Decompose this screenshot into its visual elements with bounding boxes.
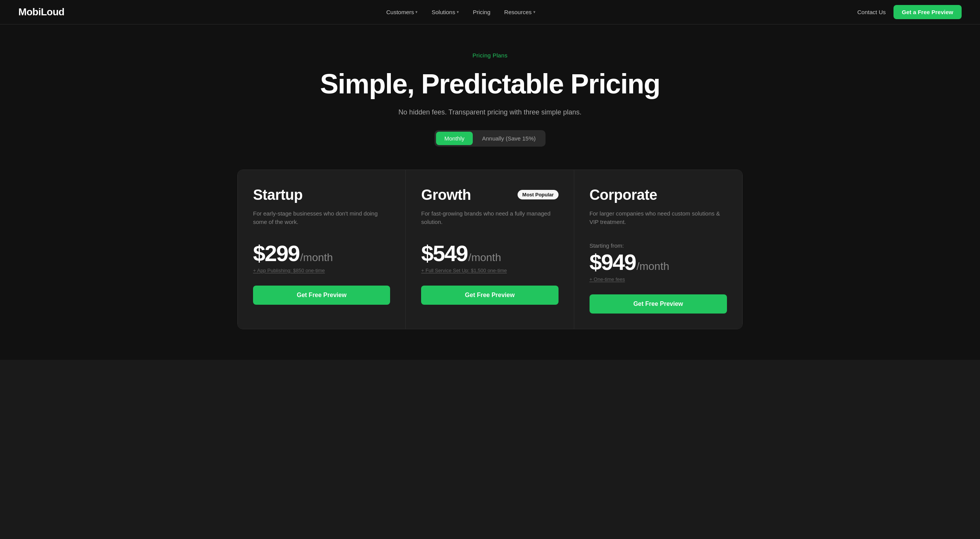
price-amount-growth: $549 xyxy=(421,242,467,265)
nav-resources-label: Resources xyxy=(504,9,532,15)
nav-right: Contact Us Get a Free Preview xyxy=(858,5,962,19)
get-free-preview-corporate-button[interactable]: Get Free Preview xyxy=(590,294,727,314)
plan-header-growth: Growth Most Popular xyxy=(421,187,558,203)
price-period-corporate: /month xyxy=(637,260,670,273)
plan-price-corporate: $949 /month xyxy=(590,251,727,273)
get-free-preview-button[interactable]: Get a Free Preview xyxy=(893,5,962,19)
nav-links: Customers ▾ Solutions ▾ Pricing Resource… xyxy=(381,6,541,18)
most-popular-badge: Most Popular xyxy=(518,190,558,199)
price-amount-startup: $299 xyxy=(253,242,299,265)
chevron-down-icon: ▾ xyxy=(457,10,459,15)
nav-item-customers[interactable]: Customers ▾ xyxy=(381,6,423,18)
plan-header-corporate: Corporate xyxy=(590,187,727,203)
chevron-down-icon: ▾ xyxy=(415,10,418,15)
plan-card-growth: Growth Most Popular For fast-growing bra… xyxy=(406,170,574,329)
nav-solutions-label: Solutions xyxy=(431,9,455,15)
plan-name-growth: Growth xyxy=(421,187,471,203)
plans-grid: Startup For early-stage businesses who d… xyxy=(237,170,743,329)
price-note-startup[interactable]: + App Publishing: $850 one-time xyxy=(253,268,390,273)
nav-customers-label: Customers xyxy=(386,9,414,15)
plan-description-startup: For early-stage businesses who don't min… xyxy=(253,209,390,229)
hero-subtitle: No hidden fees. Transparent pricing with… xyxy=(18,108,962,116)
billing-toggle: Monthly Annually (Save 15%) xyxy=(434,130,546,147)
get-free-preview-startup-button[interactable]: Get Free Preview xyxy=(253,286,390,305)
nav-pricing-label: Pricing xyxy=(473,9,490,15)
plan-description-corporate: For larger companies who need custom sol… xyxy=(590,209,727,229)
plans-section: Startup For early-stage businesses who d… xyxy=(0,170,980,360)
chevron-down-icon: ▾ xyxy=(533,10,536,15)
contact-us-link[interactable]: Contact Us xyxy=(858,9,886,15)
get-free-preview-growth-button[interactable]: Get Free Preview xyxy=(421,286,558,305)
price-period-startup: /month xyxy=(300,252,333,264)
navbar: MobiLoud Customers ▾ Solutions ▾ Pricing… xyxy=(0,0,980,24)
price-amount-corporate: $949 xyxy=(590,251,636,273)
plan-description-growth: For fast-growing brands who need a fully… xyxy=(421,209,558,229)
nav-item-solutions[interactable]: Solutions ▾ xyxy=(426,6,464,18)
hero-title: Simple, Predictable Pricing xyxy=(18,69,962,99)
nav-logo[interactable]: MobiLoud xyxy=(18,6,64,18)
monthly-toggle-button[interactable]: Monthly xyxy=(436,132,473,145)
plan-name-startup: Startup xyxy=(253,187,303,203)
plan-price-growth: $549 /month xyxy=(421,242,558,265)
nav-item-resources[interactable]: Resources ▾ xyxy=(499,6,541,18)
price-note-growth[interactable]: + Full Service Set Up: $1,500 one-time xyxy=(421,268,558,273)
pricing-plans-label: Pricing Plans xyxy=(18,52,962,59)
price-period-growth: /month xyxy=(468,252,501,264)
price-note-corporate[interactable]: + One-time fees xyxy=(590,276,727,282)
starting-from-label: Starting from: xyxy=(590,242,727,249)
nav-item-pricing[interactable]: Pricing xyxy=(467,6,496,18)
plan-card-corporate: Corporate For larger companies who need … xyxy=(574,170,742,329)
plan-name-corporate: Corporate xyxy=(590,187,657,203)
annually-toggle-button[interactable]: Annually (Save 15%) xyxy=(474,132,544,145)
hero-section: Pricing Plans Simple, Predictable Pricin… xyxy=(0,24,980,170)
plan-header-startup: Startup xyxy=(253,187,390,203)
plan-price-startup: $299 /month xyxy=(253,242,390,265)
plan-card-startup: Startup For early-stage businesses who d… xyxy=(238,170,406,329)
